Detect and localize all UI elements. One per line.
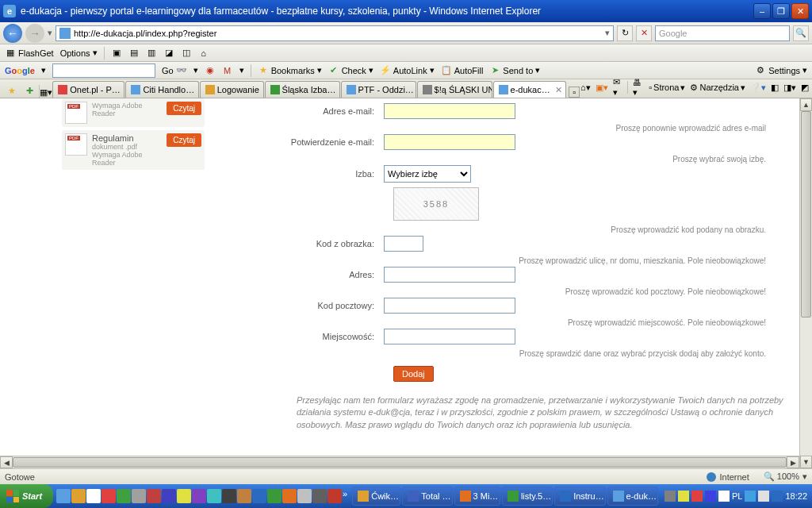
ql-icon[interactable]	[147, 489, 161, 503]
google-logo[interactable]: Google	[5, 64, 35, 76]
new-tab-icon[interactable]: ▫	[569, 87, 580, 98]
flashget-options[interactable]: Options ▾	[60, 48, 98, 58]
tab-citi[interactable]: Citi Handlo…	[125, 81, 198, 98]
back-button[interactable]: ←	[3, 24, 22, 43]
city-field[interactable]	[384, 329, 515, 344]
tool-home-icon[interactable]: ⌂▾	[580, 83, 591, 93]
autofill-button[interactable]: 📋AutoFill	[441, 65, 484, 76]
search-button[interactable]: 🔍	[793, 25, 809, 41]
nav-dropdown-icon[interactable]: ▾	[48, 28, 52, 38]
scroll-down-icon[interactable]: ▼	[800, 456, 812, 468]
ql-icon[interactable]	[327, 489, 342, 503]
fg-icon-4[interactable]: ◪	[163, 48, 174, 59]
forward-button[interactable]: →	[25, 24, 44, 43]
ql-icon[interactable]	[117, 489, 131, 503]
taskbar-task[interactable]: Total …	[402, 487, 452, 506]
taskbar-task[interactable]: e-duk…	[607, 487, 658, 506]
tab-slaski-uni[interactable]: $!ą ŚLĄSKI UNI…	[417, 81, 492, 98]
fg-icon-1[interactable]: ▣	[111, 48, 122, 59]
gb-icon-3[interactable]: ▾	[239, 65, 244, 75]
tray-icon[interactable]	[678, 491, 689, 502]
stop-button[interactable]: ✕	[636, 25, 652, 41]
zoom-dropdown-icon[interactable]: ▾	[802, 471, 807, 482]
search-box[interactable]: Google	[655, 25, 790, 41]
google-search-input[interactable]	[52, 64, 155, 78]
check-button[interactable]: ✔Check ▾	[328, 65, 373, 76]
tray-icon[interactable]	[718, 491, 730, 502]
ql-icon[interactable]	[102, 489, 116, 503]
sendto-button[interactable]: ➤Send to▾	[489, 65, 540, 76]
scroll-up-icon[interactable]: ▲	[800, 98, 812, 111]
tool-help-icon[interactable]: ❔▾	[750, 83, 766, 93]
address-bar[interactable]: ▾	[56, 25, 614, 41]
close-button[interactable]: ✕	[791, 3, 809, 19]
scroll-thumb[interactable]	[13, 457, 787, 468]
ql-icon[interactable]	[252, 489, 266, 503]
tool-mail-icon[interactable]: ✉▾	[613, 77, 622, 98]
email-confirm-field[interactable]	[384, 134, 515, 150]
tray-icon[interactable]	[745, 491, 756, 502]
fg-home-icon[interactable]: ⌂	[198, 48, 209, 59]
tab-onet[interactable]: Onet.pl - P…	[52, 81, 124, 98]
tray-bluetooth-icon[interactable]	[772, 491, 783, 502]
tool-tools[interactable]: ⚙ Narzędzia ▾	[690, 83, 745, 93]
ql-icon[interactable]	[132, 489, 146, 503]
google-go-button[interactable]: Go 👓	[162, 65, 187, 75]
flashget-button[interactable]: ▦FlashGet	[5, 48, 54, 59]
taskbar-task[interactable]: Ćwik…	[352, 487, 400, 506]
ql-icon[interactable]	[71, 489, 86, 503]
fg-icon-3[interactable]: ▥	[146, 48, 157, 59]
ql-icon[interactable]	[312, 489, 327, 503]
ql-more-icon[interactable]: »	[343, 489, 347, 503]
ql-icon[interactable]	[192, 489, 206, 503]
gb-icon-1[interactable]: ▾	[193, 65, 198, 75]
tool-print-icon[interactable]: 🖶▾	[633, 78, 644, 98]
ql-icon[interactable]	[282, 489, 297, 503]
tool-x2-icon[interactable]: ◨▾	[783, 83, 796, 93]
address-field[interactable]	[384, 267, 515, 283]
address-input[interactable]	[74, 29, 605, 38]
tab-edukacja[interactable]: e-dukac…✕	[493, 81, 567, 98]
taskbar-task[interactable]: 3 Mi…	[454, 487, 500, 506]
horizontal-scrollbar[interactable]: ◀ ▶	[0, 456, 799, 468]
izba-select[interactable]: Wybierz izbę	[384, 165, 471, 183]
ql-icon[interactable]	[177, 489, 191, 503]
ql-icon[interactable]	[86, 489, 101, 503]
google-dropdown-icon[interactable]: ▾	[41, 65, 46, 75]
bookmarks-button[interactable]: ★Bookmarks▾	[258, 65, 322, 76]
ql-icon[interactable]	[267, 489, 282, 503]
tabgroup-icon[interactable]: ▦▾	[40, 87, 52, 98]
tray-clock[interactable]: 18:22	[785, 491, 807, 501]
vertical-scrollbar[interactable]: ▲ ▼	[799, 98, 812, 468]
tray-lang[interactable]: PL	[732, 491, 742, 501]
tab-ptf[interactable]: PTF - Oddzi…	[341, 81, 416, 98]
tool-x1-icon[interactable]: ◧	[771, 83, 779, 93]
tab-slaska[interactable]: Śląska Izba…	[265, 81, 340, 98]
ql-icon[interactable]	[297, 489, 312, 503]
scroll-thumb[interactable]	[801, 111, 811, 318]
tool-feed-icon[interactable]: ▣▾	[596, 83, 608, 93]
favorites-star-icon[interactable]: ★	[5, 83, 19, 98]
gb-mail-icon[interactable]: M	[222, 65, 233, 76]
captcha-field[interactable]	[384, 236, 423, 252]
minimize-button[interactable]: –	[753, 3, 771, 19]
tool-page[interactable]: ▫ Strona ▾	[649, 83, 685, 93]
scroll-right-icon[interactable]: ▶	[787, 456, 799, 468]
tab-logowanie[interactable]: Logowanie	[200, 81, 264, 98]
taskbar-task[interactable]: listy.5…	[502, 487, 553, 506]
scroll-left-icon[interactable]: ◀	[0, 456, 13, 468]
tool-x3-icon[interactable]: ◩	[801, 83, 809, 93]
postcode-field[interactable]	[384, 298, 515, 314]
add-favorites-icon[interactable]: ✚	[23, 83, 37, 98]
ql-icon[interactable]	[237, 489, 251, 503]
submit-button[interactable]: Dodaj	[393, 366, 434, 382]
start-button[interactable]: Start	[0, 484, 53, 508]
ql-icon[interactable]	[222, 489, 236, 503]
gb-icon-2[interactable]: ◉	[205, 65, 216, 76]
tray-icon[interactable]	[705, 491, 716, 502]
zoom-level[interactable]: 🔍 100%	[764, 471, 799, 482]
email-field[interactable]	[384, 103, 515, 119]
read-button[interactable]: Czytaj	[167, 102, 201, 115]
read-button[interactable]: Czytaj	[167, 133, 201, 147]
tray-icon[interactable]	[758, 491, 769, 502]
